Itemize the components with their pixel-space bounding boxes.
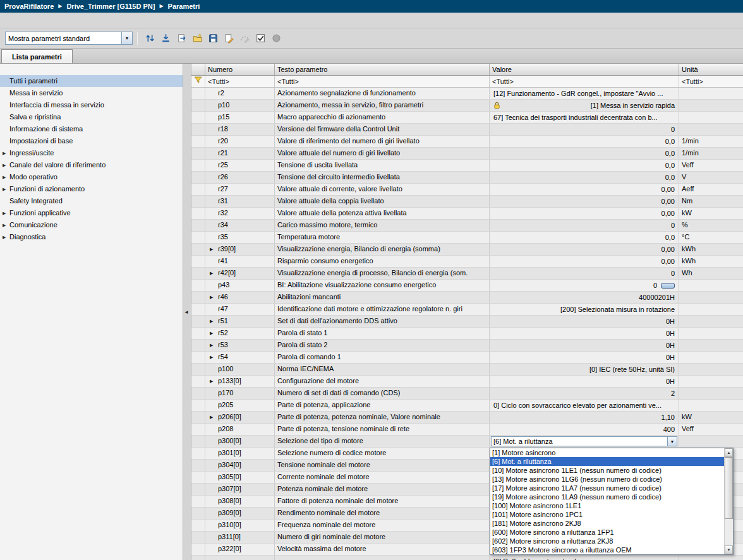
- filter-testo[interactable]: <Tutti>: [275, 76, 490, 87]
- column-header-testo[interactable]: Testo parametro: [275, 64, 490, 75]
- param-row[interactable]: p43BI: Abilitazione visualizzazione cons…: [191, 280, 743, 292]
- accept-icon[interactable]: [253, 31, 268, 46]
- sidebar-item[interactable]: Salva e ripristina: [0, 111, 183, 123]
- param-value-cell[interactable]: 0: [490, 280, 679, 291]
- param-row[interactable]: r32Valore attuale della potenza attiva l…: [191, 208, 743, 220]
- sidebar-item[interactable]: Informazione di sistema: [0, 123, 183, 135]
- expand-icon[interactable]: ▶: [210, 412, 213, 423]
- param-row[interactable]: r2Azionamento segnalazione di funzioname…: [191, 88, 743, 100]
- expand-icon[interactable]: ▶: [210, 316, 213, 327]
- param-row[interactable]: ▶r52Parola di stato 10H: [191, 328, 743, 340]
- param-value-cell[interactable]: 0: [490, 124, 679, 135]
- param-value-cell[interactable]: 0,00: [490, 196, 679, 207]
- expand-icon[interactable]: ▶: [3, 159, 6, 171]
- param-row[interactable]: p15Macro apparecchio di azionamento67] T…: [191, 112, 743, 124]
- sidebar-item[interactable]: Safety Integrated: [0, 195, 183, 207]
- param-value-cell[interactable]: 0: [490, 268, 679, 279]
- param-row[interactable]: p10Azionamento, messa in servizio, filtr…: [191, 100, 743, 112]
- param-value-cell[interactable]: 0H: [490, 340, 679, 351]
- param-value-cell[interactable]: 0H: [490, 376, 679, 387]
- sidebar-item[interactable]: ▶Modo operativo: [0, 171, 183, 183]
- param-row[interactable]: r35Temperatura motore0,0°C: [191, 232, 743, 244]
- param-value-cell[interactable]: 0,0: [490, 232, 679, 243]
- sidebar-item[interactable]: ▶Funzioni di azionamento: [0, 183, 183, 195]
- param-row[interactable]: ▶r53Parola di stato 20H: [191, 340, 743, 352]
- param-row[interactable]: ▶p206[0]Parte di potenza, potenza nomina…: [191, 412, 743, 424]
- param-row[interactable]: r31Valore attuale della coppia livellato…: [191, 196, 743, 208]
- param-value-cell[interactable]: 0,00: [490, 244, 679, 255]
- expand-icon[interactable]: ▶: [210, 244, 213, 255]
- param-row[interactable]: p300[0]Selezione del tipo di motore[6] M…: [191, 436, 743, 448]
- param-row[interactable]: p208Parte di potenza, tensione nominale …: [191, 424, 743, 436]
- sidebar-item[interactable]: ▶Ingressi/uscite: [0, 147, 183, 159]
- param-value-cell[interactable]: 0,0: [490, 148, 679, 159]
- select-arrow-icon[interactable]: ▼: [121, 32, 132, 44]
- param-row[interactable]: [0] Raffreddamento naturale: [191, 556, 743, 560]
- param-value-cell[interactable]: 2: [490, 388, 679, 399]
- dropdown-item[interactable]: [181] Motore asincrono 2KJ8: [490, 519, 724, 528]
- param-value-cell[interactable]: 0H: [490, 328, 679, 339]
- param-value-cell[interactable]: [12] Funzionamento - GdR congel., impost…: [490, 88, 679, 99]
- param-row[interactable]: r18Versione del firmware della Control U…: [191, 124, 743, 136]
- scroll-thumb[interactable]: [725, 457, 733, 519]
- param-value-cell[interactable]: 0,00: [490, 256, 679, 267]
- expand-icon[interactable]: ▶: [3, 231, 6, 243]
- param-row[interactable]: ▶r51Set di dati dell'azionamento DDS att…: [191, 316, 743, 328]
- compare-values-icon[interactable]: [142, 31, 157, 46]
- param-row[interactable]: p100Norma IEC/NEMA[0] IEC (rete 50Hz, un…: [191, 364, 743, 376]
- param-value-cell[interactable]: 0,00: [490, 184, 679, 195]
- dropdown-item[interactable]: [17] Motore asincrono 1LA7 (nessun numer…: [490, 484, 724, 492]
- param-value-cell[interactable]: [6] Mot. a riluttanza▼: [490, 436, 679, 447]
- param-value-cell[interactable]: 67] Tecnica dei trasporti industriali de…: [490, 112, 679, 123]
- sidebar-item[interactable]: Interfaccia di messa in servizio: [0, 99, 183, 111]
- param-value-cell[interactable]: 0H: [490, 352, 679, 363]
- combobox-arrow-icon[interactable]: ▼: [667, 437, 677, 446]
- expand-icon[interactable]: ▶: [210, 268, 213, 279]
- expand-icon[interactable]: ▶: [210, 376, 213, 387]
- param-value-cell[interactable]: 0,00: [490, 208, 679, 219]
- dropdown-item[interactable]: [603] 1FP3 Motore sincrono a riluttanza …: [490, 545, 724, 554]
- param-row[interactable]: r41Risparmio consumo energetico0,00kWh: [191, 256, 743, 268]
- filter-unita[interactable]: <Tutti>: [679, 76, 743, 87]
- sidebar-item[interactable]: ▶Canale del valore di riferimento: [0, 159, 183, 171]
- param-row[interactable]: r25Tensione di uscita livellata0,0Veff: [191, 160, 743, 172]
- dropdown-item[interactable]: [6] Mot. a riluttanza: [490, 457, 724, 466]
- sidebar-item[interactable]: ▶Comunicazione: [0, 219, 183, 231]
- dropdown-item[interactable]: [101] Motore asincrono 1PC1: [490, 510, 724, 519]
- param-value-cell[interactable]: 0,0: [490, 160, 679, 171]
- parameter-filter-select[interactable]: Mostra parametri standard ▼: [5, 32, 133, 45]
- param-value-cell[interactable]: [1] Messa in servizio rapida: [490, 100, 679, 111]
- param-value-cell[interactable]: 0,0: [490, 172, 679, 183]
- param-value-cell[interactable]: 400: [490, 424, 679, 435]
- param-value-cell[interactable]: 0,0: [490, 136, 679, 147]
- dropdown-item[interactable]: [600] Motore sincrono a riluttanza 1FP1: [490, 528, 724, 537]
- sidebar-item[interactable]: ▶Diagnostica: [0, 231, 183, 243]
- param-row[interactable]: ▶r46Abilitazioni mancanti40000201H: [191, 292, 743, 304]
- save-icon[interactable]: [205, 31, 220, 46]
- scroll-up-icon[interactable]: ▲: [725, 448, 733, 457]
- sidebar-item[interactable]: Messa in servizio: [0, 87, 183, 99]
- dropdown-item[interactable]: [13] Motore asincrono 1LG6 (nessun numer…: [490, 475, 724, 484]
- param-row[interactable]: p205Parte di potenza, applicazione0] Cic…: [191, 400, 743, 412]
- filter-numero[interactable]: <Tutti>: [205, 76, 275, 87]
- param-value-cell[interactable]: 0] Ciclo con sovraccarico elevato per az…: [490, 400, 679, 411]
- expand-icon[interactable]: ▶: [3, 171, 6, 183]
- sidebar-item[interactable]: ▶Funzioni applicative: [0, 207, 183, 219]
- column-header-valore[interactable]: Valore: [490, 64, 679, 75]
- expand-icon[interactable]: ▶: [210, 328, 213, 339]
- sidebar-collapse-icon[interactable]: ◄: [184, 309, 189, 315]
- edit-icon[interactable]: [221, 31, 236, 46]
- dropdown-item[interactable]: [19] Motore asincrono 1LA9 (nessun numer…: [490, 492, 724, 501]
- expand-icon[interactable]: ▶: [210, 340, 213, 351]
- new-object-icon[interactable]: [190, 31, 205, 46]
- dropdown-item[interactable]: [602] Motore sincrono a riluttanza 2KJ8: [490, 537, 724, 545]
- param-value-cell[interactable]: 0: [490, 220, 679, 231]
- expand-icon[interactable]: ▶: [3, 207, 6, 219]
- param-value-cell[interactable]: 40000201H: [490, 292, 679, 303]
- motor-type-combobox[interactable]: [6] Mot. a riluttanza▼: [491, 436, 677, 446]
- column-header-numero[interactable]: Numero: [205, 64, 275, 75]
- breadcrumb-item[interactable]: Parametri: [168, 3, 200, 10]
- expand-icon[interactable]: ▶: [210, 292, 213, 303]
- dropdown-item[interactable]: [100] Motore asincrono 1LE1: [490, 501, 724, 510]
- expand-icon[interactable]: ▶: [3, 183, 6, 195]
